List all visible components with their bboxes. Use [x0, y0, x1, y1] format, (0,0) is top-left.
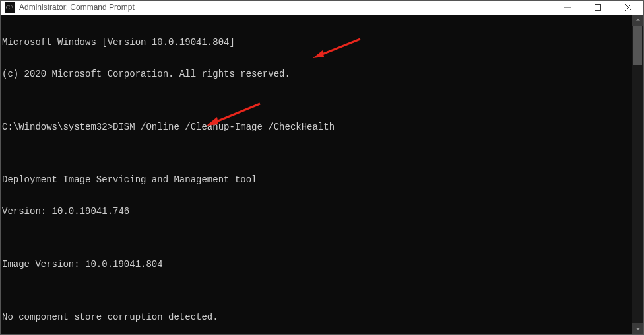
terminal-prompt-line: C:\Windows\system32>DISM /Online /Cleanu… — [2, 122, 631, 132]
cmd-icon: C:\ — [5, 2, 15, 13]
terminal-line: Deployment Image Servicing and Managemen… — [2, 174, 631, 185]
content-area: Microsoft Windows [Version 10.0.19041.80… — [1, 15, 643, 334]
terminal-line: (c) 2020 Microsoft Corporation. All righ… — [2, 69, 631, 79]
terminal-line: Image Version: 10.0.19041.804 — [2, 259, 631, 270]
terminal-output[interactable]: Microsoft Windows [Version 10.0.19041.80… — [1, 15, 632, 334]
minimize-button[interactable] — [552, 1, 583, 15]
terminal-line: No component store corruption detected. — [2, 312, 631, 322]
scroll-up-button[interactable] — [632, 15, 643, 26]
close-button[interactable] — [613, 1, 643, 15]
prompt-path: C:\Windows\system32> — [2, 122, 113, 132]
window-title: Administrator: Command Prompt — [19, 3, 135, 12]
svg-rect-3 — [595, 5, 601, 11]
terminal-line: Microsoft Windows [Version 10.0.19041.80… — [2, 37, 631, 48]
titlebar[interactable]: C:\ Administrator: Command Prompt — [1, 1, 643, 15]
command-prompt-window: C:\ Administrator: Command Prompt Micros… — [0, 0, 644, 335]
svg-line-7 — [213, 104, 260, 123]
scroll-down-button[interactable] — [632, 323, 643, 334]
terminal-line: Version: 10.0.19041.746 — [2, 206, 631, 217]
maximize-button[interactable] — [583, 1, 613, 15]
svg-text:C:\: C:\ — [6, 4, 14, 11]
scroll-track[interactable] — [632, 26, 643, 323]
scroll-thumb[interactable] — [633, 26, 642, 65]
entered-command: DISM /Online /Cleanup-Image /CheckHealth — [113, 122, 335, 132]
vertical-scrollbar[interactable] — [632, 15, 643, 334]
window-controls — [552, 1, 643, 15]
